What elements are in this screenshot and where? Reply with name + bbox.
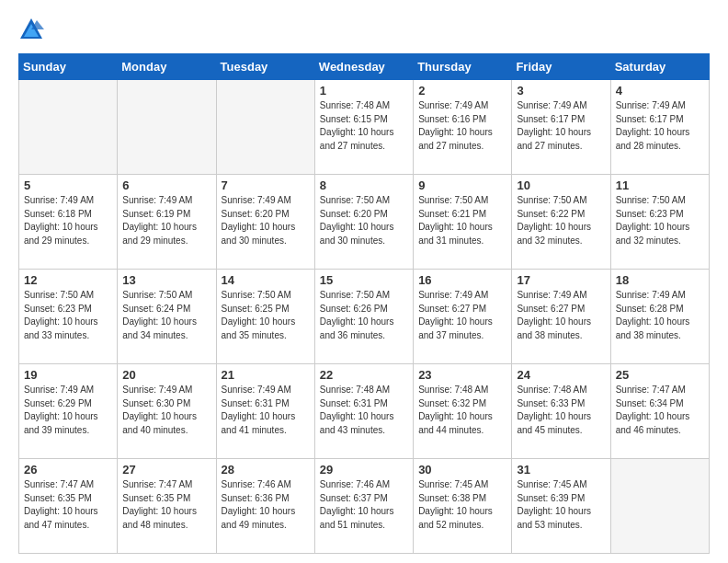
- day-info: Sunrise: 7:50 AM Sunset: 6:26 PM Dayligh…: [320, 289, 408, 342]
- day-number: 23: [418, 368, 506, 382]
- day-number: 9: [418, 178, 506, 192]
- day-info: Sunrise: 7:49 AM Sunset: 6:17 PM Dayligh…: [616, 99, 704, 153]
- calendar-cell: 30Sunrise: 7:45 AM Sunset: 6:38 PM Dayli…: [414, 459, 512, 554]
- calendar-cell: 15Sunrise: 7:50 AM Sunset: 6:26 PM Dayli…: [314, 270, 413, 364]
- weekday-header-thursday: Thursday: [414, 54, 512, 80]
- day-number: 5: [24, 178, 112, 192]
- day-number: 2: [418, 84, 506, 98]
- calendar-cell: 29Sunrise: 7:46 AM Sunset: 6:37 PM Dayli…: [314, 459, 413, 554]
- day-info: Sunrise: 7:50 AM Sunset: 6:25 PM Dayligh…: [222, 289, 310, 342]
- calendar-cell: 12Sunrise: 7:50 AM Sunset: 6:23 PM Dayli…: [19, 270, 118, 364]
- calendar-cell: 16Sunrise: 7:49 AM Sunset: 6:27 PM Dayli…: [414, 270, 512, 364]
- weekday-header-friday: Friday: [512, 54, 610, 80]
- day-number: 12: [24, 273, 112, 287]
- day-number: 4: [616, 84, 704, 98]
- week-row-0: 1Sunrise: 7:48 AM Sunset: 6:15 PM Daylig…: [19, 80, 710, 175]
- day-number: 30: [418, 463, 506, 477]
- day-info: Sunrise: 7:45 AM Sunset: 6:38 PM Dayligh…: [418, 478, 506, 532]
- day-info: Sunrise: 7:50 AM Sunset: 6:22 PM Dayligh…: [517, 194, 605, 247]
- day-number: 18: [616, 273, 704, 287]
- calendar-table: SundayMondayTuesdayWednesdayThursdayFrid…: [18, 53, 710, 554]
- calendar-cell: 6Sunrise: 7:49 AM Sunset: 6:19 PM Daylig…: [118, 175, 216, 270]
- day-info: Sunrise: 7:49 AM Sunset: 6:16 PM Dayligh…: [418, 99, 506, 153]
- day-info: Sunrise: 7:46 AM Sunset: 6:36 PM Dayligh…: [222, 478, 310, 532]
- day-number: 29: [320, 463, 408, 477]
- day-info: Sunrise: 7:47 AM Sunset: 6:35 PM Dayligh…: [122, 478, 210, 532]
- day-info: Sunrise: 7:49 AM Sunset: 6:31 PM Dayligh…: [222, 384, 310, 437]
- day-info: Sunrise: 7:47 AM Sunset: 6:35 PM Dayligh…: [24, 478, 112, 532]
- day-number: 22: [320, 368, 408, 382]
- week-row-3: 19Sunrise: 7:49 AM Sunset: 6:29 PM Dayli…: [19, 364, 710, 459]
- calendar-cell: 1Sunrise: 7:48 AM Sunset: 6:15 PM Daylig…: [314, 80, 413, 175]
- calendar-cell: 25Sunrise: 7:47 AM Sunset: 6:34 PM Dayli…: [610, 364, 709, 459]
- weekday-header-sunday: Sunday: [19, 54, 118, 80]
- day-number: 24: [517, 368, 605, 382]
- day-info: Sunrise: 7:48 AM Sunset: 6:32 PM Dayligh…: [418, 384, 506, 437]
- calendar-cell: 5Sunrise: 7:49 AM Sunset: 6:18 PM Daylig…: [19, 175, 118, 270]
- day-number: 8: [320, 178, 408, 192]
- day-info: Sunrise: 7:50 AM Sunset: 6:21 PM Dayligh…: [418, 194, 506, 247]
- day-number: 27: [122, 463, 210, 477]
- day-info: Sunrise: 7:50 AM Sunset: 6:24 PM Dayligh…: [122, 289, 210, 342]
- calendar-cell: [610, 459, 709, 554]
- day-info: Sunrise: 7:50 AM Sunset: 6:20 PM Dayligh…: [320, 194, 408, 247]
- week-row-2: 12Sunrise: 7:50 AM Sunset: 6:23 PM Dayli…: [19, 270, 710, 364]
- day-number: 20: [122, 368, 210, 382]
- calendar-cell: 4Sunrise: 7:49 AM Sunset: 6:17 PM Daylig…: [610, 80, 709, 175]
- week-row-4: 26Sunrise: 7:47 AM Sunset: 6:35 PM Dayli…: [19, 459, 710, 554]
- day-info: Sunrise: 7:47 AM Sunset: 6:34 PM Dayligh…: [616, 384, 704, 437]
- calendar-cell: 24Sunrise: 7:48 AM Sunset: 6:33 PM Dayli…: [512, 364, 610, 459]
- calendar-cell: 18Sunrise: 7:49 AM Sunset: 6:28 PM Dayli…: [610, 270, 709, 364]
- day-info: Sunrise: 7:48 AM Sunset: 6:15 PM Dayligh…: [320, 99, 408, 153]
- logo-icon: [18, 17, 44, 42]
- calendar-cell: 17Sunrise: 7:49 AM Sunset: 6:27 PM Dayli…: [512, 270, 610, 364]
- header: [18, 17, 710, 44]
- calendar-cell: 26Sunrise: 7:47 AM Sunset: 6:35 PM Dayli…: [19, 459, 118, 554]
- calendar-cell: 7Sunrise: 7:49 AM Sunset: 6:20 PM Daylig…: [216, 175, 314, 270]
- day-info: Sunrise: 7:49 AM Sunset: 6:20 PM Dayligh…: [222, 194, 310, 247]
- day-number: 7: [222, 178, 310, 192]
- day-info: Sunrise: 7:49 AM Sunset: 6:30 PM Dayligh…: [122, 384, 210, 437]
- day-number: 16: [418, 273, 506, 287]
- weekday-header-wednesday: Wednesday: [314, 54, 413, 80]
- day-info: Sunrise: 7:45 AM Sunset: 6:39 PM Dayligh…: [517, 478, 605, 532]
- day-info: Sunrise: 7:49 AM Sunset: 6:28 PM Dayligh…: [616, 289, 704, 342]
- day-number: 21: [222, 368, 310, 382]
- day-number: 17: [517, 273, 605, 287]
- day-number: 1: [320, 84, 408, 98]
- day-number: 11: [616, 178, 704, 192]
- day-info: Sunrise: 7:49 AM Sunset: 6:17 PM Dayligh…: [517, 99, 605, 153]
- day-number: 19: [24, 368, 112, 382]
- weekday-header-tuesday: Tuesday: [216, 54, 314, 80]
- calendar-cell: [118, 80, 216, 175]
- calendar-cell: 20Sunrise: 7:49 AM Sunset: 6:30 PM Dayli…: [118, 364, 216, 459]
- weekday-header-monday: Monday: [118, 54, 216, 80]
- day-info: Sunrise: 7:48 AM Sunset: 6:31 PM Dayligh…: [320, 384, 408, 437]
- day-number: 31: [517, 463, 605, 477]
- day-number: 3: [517, 84, 605, 98]
- day-info: Sunrise: 7:49 AM Sunset: 6:27 PM Dayligh…: [517, 289, 605, 342]
- calendar-cell: 13Sunrise: 7:50 AM Sunset: 6:24 PM Dayli…: [118, 270, 216, 364]
- calendar-cell: 31Sunrise: 7:45 AM Sunset: 6:39 PM Dayli…: [512, 459, 610, 554]
- day-info: Sunrise: 7:48 AM Sunset: 6:33 PM Dayligh…: [517, 384, 605, 437]
- week-row-1: 5Sunrise: 7:49 AM Sunset: 6:18 PM Daylig…: [19, 175, 710, 270]
- calendar-cell: 3Sunrise: 7:49 AM Sunset: 6:17 PM Daylig…: [512, 80, 610, 175]
- day-number: 10: [517, 178, 605, 192]
- calendar-cell: 8Sunrise: 7:50 AM Sunset: 6:20 PM Daylig…: [314, 175, 413, 270]
- day-info: Sunrise: 7:49 AM Sunset: 6:27 PM Dayligh…: [418, 289, 506, 342]
- day-info: Sunrise: 7:50 AM Sunset: 6:23 PM Dayligh…: [24, 289, 112, 342]
- day-info: Sunrise: 7:49 AM Sunset: 6:29 PM Dayligh…: [24, 384, 112, 437]
- day-info: Sunrise: 7:46 AM Sunset: 6:37 PM Dayligh…: [320, 478, 408, 532]
- calendar-cell: 28Sunrise: 7:46 AM Sunset: 6:36 PM Dayli…: [216, 459, 314, 554]
- day-number: 25: [616, 368, 704, 382]
- calendar-cell: 11Sunrise: 7:50 AM Sunset: 6:23 PM Dayli…: [610, 175, 709, 270]
- calendar-cell: 19Sunrise: 7:49 AM Sunset: 6:29 PM Dayli…: [19, 364, 118, 459]
- calendar-cell: [19, 80, 118, 175]
- calendar-cell: 22Sunrise: 7:48 AM Sunset: 6:31 PM Dayli…: [314, 364, 413, 459]
- calendar-cell: 14Sunrise: 7:50 AM Sunset: 6:25 PM Dayli…: [216, 270, 314, 364]
- logo: [18, 17, 48, 44]
- day-info: Sunrise: 7:49 AM Sunset: 6:19 PM Dayligh…: [122, 194, 210, 247]
- day-info: Sunrise: 7:49 AM Sunset: 6:18 PM Dayligh…: [24, 194, 112, 247]
- page: SundayMondayTuesdayWednesdayThursdayFrid…: [0, 0, 728, 563]
- calendar-cell: 23Sunrise: 7:48 AM Sunset: 6:32 PM Dayli…: [414, 364, 512, 459]
